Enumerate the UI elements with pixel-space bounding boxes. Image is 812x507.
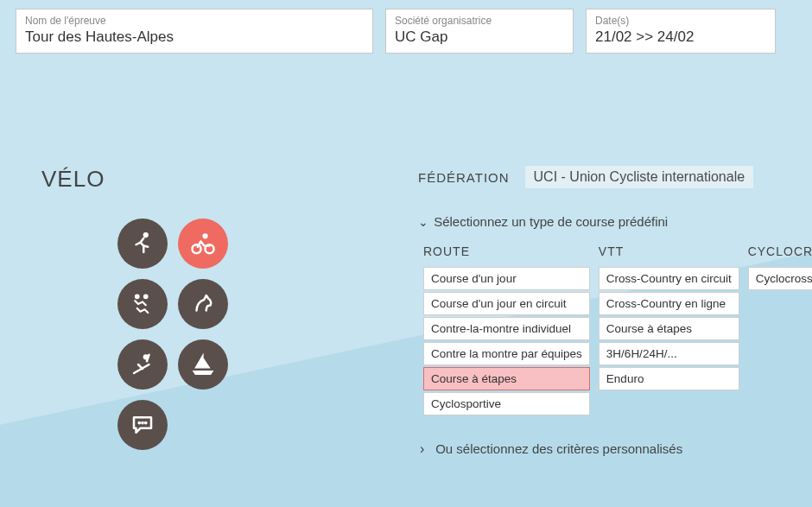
race-type-item[interactable]: Course d'un jour	[423, 267, 590, 290]
sport-cycling[interactable]	[178, 219, 228, 269]
sport-running[interactable]	[117, 219, 168, 269]
custom-criteria-toggle-label: Ou sélectionnez des critères personnalis…	[435, 441, 682, 456]
type-columns: ROUTE Course d'un jourCourse d'un jour e…	[423, 244, 812, 417]
column-heading-vtt: VTT	[599, 244, 739, 258]
sailing-icon	[190, 352, 216, 377]
sport-triathlon[interactable]	[117, 279, 168, 329]
race-type-item[interactable]: Course d'un jour en circuit	[423, 292, 590, 315]
svg-point-4	[136, 295, 140, 299]
field-event-name-label: Nom de l'épreuve	[25, 15, 364, 27]
race-type-item[interactable]: 3H/6H/24H/...	[599, 342, 739, 365]
sport-equestrian[interactable]	[178, 279, 228, 329]
field-dates-label: Date(s)	[595, 15, 766, 27]
field-organizer-value: UC Gap	[395, 29, 447, 45]
federation-label: FÉDÉRATION	[418, 170, 510, 185]
running-icon	[130, 231, 155, 257]
svg-point-3	[203, 234, 207, 238]
triathlon-icon	[130, 291, 155, 317]
custom-criteria-toggle[interactable]: › Ou sélectionnez des critères personnal…	[420, 441, 812, 457]
sport-heading: VÉLO	[41, 166, 259, 193]
race-type-item[interactable]: Contre-la-montre individuel	[423, 317, 590, 340]
sport-sailing[interactable]	[178, 339, 228, 390]
column-heading-cyclocross: CYCLOCROSS	[748, 244, 812, 258]
federation-select[interactable]: UCI - Union Cycliste internationale	[525, 166, 754, 188]
race-type-item[interactable]: Course à étapes	[423, 367, 590, 390]
field-event-name[interactable]: Nom de l'épreuve Tour des Hautes-Alpes	[16, 9, 373, 54]
predefined-type-toggle-label: Sélectionnez un type de course prédéfini	[434, 214, 668, 229]
svg-point-1	[193, 244, 201, 253]
race-type-item[interactable]: Cyclocross	[748, 267, 812, 290]
race-type-item[interactable]: Contre la montre par équipes	[423, 342, 590, 365]
sport-grid	[117, 219, 259, 450]
vtt-list: Cross-Country en circuitCross-Country en…	[599, 267, 739, 390]
field-organizer[interactable]: Société organisatrice UC Gap	[385, 9, 574, 54]
svg-point-5	[144, 295, 149, 299]
cycling-icon	[190, 231, 216, 257]
race-type-item[interactable]: Cross-Country en ligne	[599, 292, 739, 315]
svg-point-7	[138, 421, 141, 424]
race-type-item[interactable]: Cyclosportive	[423, 392, 590, 415]
skiing-icon	[130, 352, 155, 377]
predefined-type-toggle[interactable]: ⌄ Sélectionnez un type de course prédéfi…	[418, 214, 812, 229]
cyclocross-list: Cyclocross	[748, 267, 812, 290]
field-dates[interactable]: Date(s) 21/02 >> 24/02	[586, 9, 776, 54]
column-heading-route: ROUTE	[423, 244, 590, 258]
svg-point-8	[142, 421, 144, 424]
sport-other[interactable]	[117, 400, 168, 450]
horse-icon	[190, 291, 216, 317]
race-type-item[interactable]: Enduro	[599, 367, 739, 390]
field-dates-value: 21/02 >> 24/02	[595, 29, 694, 45]
race-type-item[interactable]: Cross-Country en circuit	[599, 267, 739, 290]
chevron-down-icon: ⌄	[418, 215, 430, 229]
svg-point-0	[143, 233, 148, 238]
field-event-name-value: Tour des Hautes-Alpes	[25, 29, 174, 45]
chat-icon	[130, 412, 155, 438]
race-type-item[interactable]: Course à étapes	[599, 317, 739, 340]
chevron-right-icon: ›	[420, 441, 432, 457]
field-organizer-label: Société organisatrice	[395, 15, 564, 27]
route-list: Course d'un jourCourse d'un jour en circ…	[423, 267, 590, 415]
sport-skiing[interactable]	[117, 339, 168, 390]
svg-point-9	[145, 421, 148, 424]
